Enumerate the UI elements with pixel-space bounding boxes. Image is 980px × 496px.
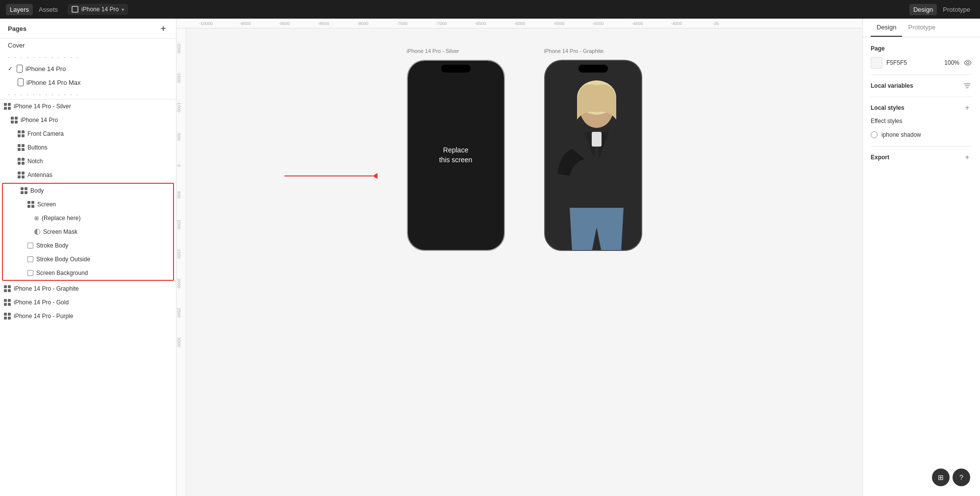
- page-iphone14pro[interactable]: ✓ iPhone 14 Pro: [0, 62, 176, 75]
- pages-title: Pages: [8, 25, 26, 32]
- rect-icon-2: [27, 256, 33, 262]
- phone-graphite-screen: [545, 61, 641, 250]
- design-tab[interactable]: Design: [909, 4, 937, 15]
- rect-icon-3: [27, 270, 33, 276]
- export-add-btn[interactable]: +: [962, 152, 972, 162]
- layer-body-label: Body: [30, 187, 44, 194]
- left-panel: Pages + Cover - - - - - - - - - - - - ✓ …: [0, 19, 176, 496]
- design-panel-tab[interactable]: Design: [871, 19, 902, 37]
- page-cover-label: Cover: [8, 42, 25, 49]
- right-panel-content: Page F5F5F5 100% Local variables: [863, 37, 980, 496]
- effect-item-label: iphone shadow: [881, 131, 921, 138]
- layer-graphite-frame[interactable]: iPhone 14 Pro - Graphite: [0, 282, 176, 296]
- ruler-v-val-1: -2000: [176, 33, 186, 63]
- grid-icon-2: [11, 117, 18, 124]
- grid-icon-purple: [4, 313, 11, 320]
- ruler-v-val-7: 1000: [176, 210, 186, 239]
- grid-icon-gold: [4, 299, 11, 306]
- layers-body-section: Body Screen ⊞ (Replace here) Screen Mask: [2, 183, 174, 281]
- ruler-v-val-5: 0: [176, 151, 186, 180]
- ruler-v-val-6: 500: [176, 180, 186, 210]
- layer-screen-label: Screen: [37, 201, 56, 208]
- frame-icon-layer: ⊞: [34, 215, 39, 222]
- layer-antennas-label: Antennas: [27, 172, 52, 178]
- help-button[interactable]: ?: [953, 469, 970, 486]
- layer-gold-frame[interactable]: iPhone 14 Pro - Gold: [0, 296, 176, 309]
- ruler-v-val-10: 2500: [176, 298, 186, 327]
- local-variables-icon[interactable]: [962, 81, 972, 91]
- ruler-h-val-9: -6000: [500, 21, 539, 26]
- divider-2: [871, 97, 972, 97]
- effect-styles-title: Effect styles: [871, 118, 902, 124]
- layer-stroke-body-outside[interactable]: Stroke Body Outside: [3, 252, 173, 266]
- ruler-v-numbers: -2000 -1500 -1000 -500 0 500 1000 1500 2…: [176, 28, 186, 357]
- layer-silver-label: iPhone 14 Pro - Silver: [14, 103, 71, 110]
- layer-screen[interactable]: Screen: [3, 198, 173, 211]
- page-iphone14pro-label: iPhone 14 Pro: [25, 65, 66, 73]
- layer-body[interactable]: Body: [3, 184, 173, 198]
- svg-point-4: [967, 62, 969, 64]
- divider-1: [871, 74, 972, 75]
- top-bar: Layers Assets iPhone 14 Pro ▾ Design Pro…: [0, 0, 980, 19]
- page-iphone14promax[interactable]: iPhone 14 Pro Max: [0, 75, 176, 89]
- frame-selector[interactable]: iPhone 14 Pro ▾: [68, 4, 128, 15]
- page-cover[interactable]: Cover: [0, 39, 176, 52]
- phone-icon-1: [17, 65, 23, 73]
- ruler-h-val-13: -4000: [657, 21, 696, 26]
- assets-tab[interactable]: Assets: [35, 4, 62, 15]
- layer-buttons[interactable]: Buttons: [0, 141, 176, 154]
- replace-text: Replacethis screen: [439, 146, 473, 165]
- top-bar-tabs: Layers Assets: [6, 4, 62, 15]
- layer-iphone14pro[interactable]: iPhone 14 Pro: [0, 113, 176, 127]
- layer-notch[interactable]: Notch: [0, 154, 176, 168]
- zoom-button[interactable]: ⊞: [932, 469, 950, 486]
- half-circle-icon: [34, 229, 40, 235]
- page-section-title: Page: [871, 45, 972, 52]
- layer-purple-frame[interactable]: iPhone 14 Pro - Purple: [0, 309, 176, 323]
- local-styles-add-btn[interactable]: +: [962, 103, 972, 113]
- bg-color-hex: F5F5F5: [886, 59, 940, 66]
- page-divider-2: - - - - - - - - - - - -: [0, 89, 176, 99]
- effect-circle-icon: [871, 131, 878, 138]
- layer-screen-mask[interactable]: Screen Mask: [3, 225, 173, 239]
- pages-header: Pages +: [0, 19, 176, 39]
- visibility-toggle[interactable]: [963, 58, 972, 67]
- ruler-h-val-7: -7000: [422, 21, 461, 26]
- page-check-icon: ✓: [8, 65, 13, 72]
- layer-buttons-label: Buttons: [27, 144, 48, 151]
- bg-opacity: 100%: [944, 59, 959, 66]
- export-row: Export +: [871, 152, 972, 162]
- svg-rect-3: [592, 132, 602, 147]
- phone-silver-screen: Replacethis screen: [408, 61, 504, 250]
- ruler-h-val-2: -9500: [226, 21, 265, 26]
- layer-stroke-body[interactable]: Stroke Body: [3, 239, 173, 252]
- ruler-v-val-2: -1500: [176, 63, 186, 92]
- layer-silver-frame[interactable]: iPhone 14 Pro - Silver: [0, 99, 176, 113]
- grid-icon-8: [27, 201, 34, 208]
- layer-replace-here[interactable]: ⊞ (Replace here): [3, 211, 173, 225]
- pages-section: Pages + Cover - - - - - - - - - - - - ✓ …: [0, 19, 176, 99]
- canvas-inner: iPhone 14 Pro - Silver Replacethis scree…: [186, 28, 862, 496]
- page-iphone14promax-label: iPhone 14 Pro Max: [26, 79, 81, 86]
- prototype-panel-tab[interactable]: Prototype: [902, 19, 941, 37]
- layer-antennas[interactable]: Antennas: [0, 168, 176, 182]
- layer-screen-background[interactable]: Screen Background: [3, 266, 173, 280]
- ruler-v-val-4: -500: [176, 122, 186, 151]
- layer-gold-label: iPhone 14 Pro - Gold: [14, 299, 69, 306]
- phone-graphite-mockup[interactable]: [544, 60, 642, 251]
- layers-tab[interactable]: Layers: [6, 4, 33, 15]
- phone-silver-mockup[interactable]: Replacethis screen: [407, 60, 505, 251]
- grid-icon: [4, 103, 11, 110]
- prototype-tab[interactable]: Prototype: [939, 4, 974, 15]
- layer-front-camera[interactable]: Front Camera: [0, 127, 176, 141]
- divider-3: [871, 146, 972, 147]
- ruler-v-val-3: -1000: [176, 92, 186, 122]
- add-page-btn[interactable]: +: [158, 24, 168, 33]
- local-styles-row: Local styles +: [871, 103, 972, 113]
- phone-notch-graphite: [578, 65, 608, 73]
- right-panel: Design Prototype Page F5F5F5 100%: [862, 19, 980, 496]
- phone-silver-wrapper: iPhone 14 Pro - Silver Replacethis scree…: [407, 48, 505, 251]
- bg-color-swatch[interactable]: [871, 57, 882, 69]
- main-layout: Pages + Cover - - - - - - - - - - - - ✓ …: [0, 19, 980, 496]
- frame-graphite-label: iPhone 14 Pro - Graphite: [544, 48, 604, 54]
